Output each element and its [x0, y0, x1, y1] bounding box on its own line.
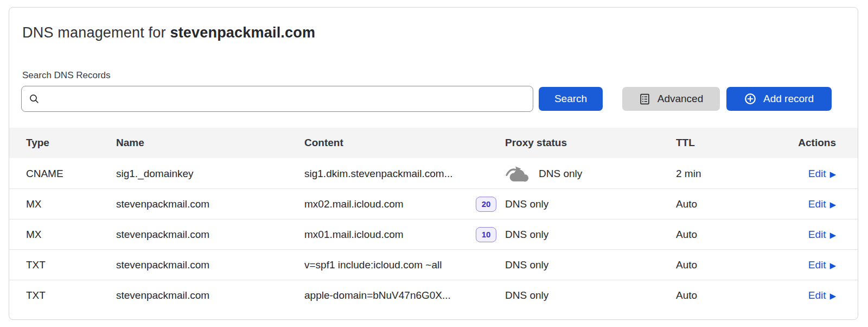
add-record-button[interactable]: Add record — [726, 87, 832, 111]
column-header-actions: Actions — [755, 137, 858, 149]
list-document-icon — [639, 93, 650, 105]
record-ttl: Auto — [676, 259, 755, 271]
table-row: CNAME sig1._domainkey sig1.dkim.stevenpa… — [9, 158, 858, 188]
record-name: stevenpackmail.com — [116, 198, 304, 210]
search-input[interactable] — [45, 93, 526, 105]
proxy-status-cell: DNS only — [505, 290, 676, 301]
record-actions-cell: Edit▶ — [755, 168, 858, 180]
table-body: CNAME sig1._domainkey sig1.dkim.stevenpa… — [9, 158, 858, 310]
add-record-button-label: Add record — [763, 93, 814, 105]
edit-record-link[interactable]: Edit▶ — [808, 229, 836, 241]
table-header-row: Type Name Content Proxy status TTL Actio… — [9, 128, 858, 158]
proxy-status-text: DNS only — [505, 259, 548, 271]
record-actions-cell: Edit▶ — [755, 259, 858, 271]
proxy-status-text: DNS only — [505, 198, 548, 210]
record-ttl: Auto — [676, 198, 755, 210]
proxy-status-cell: DNS only — [505, 229, 676, 241]
edit-link-label: Edit — [808, 290, 826, 301]
proxy-status-text: DNS only — [505, 229, 548, 241]
edit-record-link[interactable]: Edit▶ — [808, 168, 836, 180]
dns-records-table: Type Name Content Proxy status TTL Actio… — [9, 128, 858, 310]
column-header-ttl: TTL — [676, 137, 755, 149]
chevron-right-icon: ▶ — [829, 200, 836, 209]
record-name: sig1._domainkey — [116, 168, 304, 180]
column-header-type: Type — [9, 137, 116, 149]
record-content: sig1.dkim.stevenpackmail.com... — [304, 168, 505, 180]
proxy-status-cell: DNS only — [505, 165, 676, 183]
plus-circle-icon — [744, 93, 756, 105]
dns-management-panel: DNS management for stevenpackmail.com Se… — [9, 7, 858, 320]
edit-record-link[interactable]: Edit▶ — [808, 198, 836, 210]
dns-only-cloud-icon — [505, 165, 530, 183]
edit-record-link[interactable]: Edit▶ — [808, 290, 836, 301]
record-type: TXT — [9, 259, 116, 271]
record-ttl: 2 min — [676, 168, 755, 180]
record-content: apple-domain=bNuV47n6G0X... — [304, 290, 505, 301]
edit-link-label: Edit — [808, 198, 826, 210]
proxy-status-text: DNS only — [539, 168, 582, 180]
record-ttl: Auto — [676, 229, 755, 241]
page-title: DNS management for stevenpackmail.com — [22, 24, 858, 41]
record-content: mx01.mail.icloud.com 10 — [304, 227, 505, 242]
mx-priority-badge: 10 — [476, 227, 496, 242]
record-type: CNAME — [9, 168, 116, 180]
column-header-name: Name — [116, 137, 304, 149]
record-content-text: mx01.mail.icloud.com — [304, 229, 476, 241]
record-name: stevenpackmail.com — [116, 259, 304, 271]
record-content-text: v=spf1 include:icloud.com ~all — [304, 259, 505, 271]
advanced-button-label: Advanced — [658, 93, 704, 105]
record-content-text: mx02.mail.icloud.com — [304, 198, 476, 210]
record-type: TXT — [9, 290, 116, 301]
edit-record-link[interactable]: Edit▶ — [808, 259, 836, 271]
proxy-status-cell: DNS only — [505, 198, 676, 210]
record-actions-cell: Edit▶ — [755, 229, 858, 241]
record-content: v=spf1 include:icloud.com ~all — [304, 259, 505, 271]
record-type: MX — [9, 229, 116, 241]
chevron-right-icon: ▶ — [829, 261, 836, 269]
search-icon — [29, 93, 40, 104]
chevron-right-icon: ▶ — [829, 292, 836, 300]
edit-link-label: Edit — [808, 259, 826, 271]
column-header-content: Content — [304, 137, 505, 149]
record-content-text: apple-domain=bNuV47n6G0X... — [304, 290, 505, 301]
edit-link-label: Edit — [808, 229, 826, 241]
table-row: MX stevenpackmail.com mx01.mail.icloud.c… — [9, 219, 858, 249]
chevron-right-icon: ▶ — [829, 231, 836, 239]
record-name: stevenpackmail.com — [116, 290, 304, 301]
search-button[interactable]: Search — [539, 87, 603, 111]
table-row: MX stevenpackmail.com mx02.mail.icloud.c… — [9, 188, 858, 219]
search-label: Search DNS Records — [22, 70, 858, 81]
record-name: stevenpackmail.com — [116, 229, 304, 241]
record-actions-cell: Edit▶ — [755, 290, 858, 301]
advanced-button[interactable]: Advanced — [622, 87, 720, 111]
record-ttl: Auto — [676, 290, 755, 301]
page-title-prefix: DNS management for — [22, 24, 170, 41]
proxy-status-text: DNS only — [505, 290, 548, 301]
edit-link-label: Edit — [808, 168, 826, 180]
mx-priority-badge: 20 — [476, 197, 496, 212]
column-header-proxy-status: Proxy status — [505, 137, 676, 149]
record-actions-cell: Edit▶ — [755, 198, 858, 210]
chevron-right-icon: ▶ — [829, 170, 836, 178]
record-type: MX — [9, 198, 116, 210]
search-controls-row: Search Advanced Add record — [21, 86, 846, 112]
search-input-wrapper — [21, 86, 533, 112]
record-content: mx02.mail.icloud.com 20 — [304, 197, 505, 212]
page-title-domain: stevenpackmail.com — [170, 24, 315, 41]
record-content-text: sig1.dkim.stevenpackmail.com... — [304, 168, 505, 180]
proxy-status-cell: DNS only — [505, 259, 676, 271]
table-row: TXT stevenpackmail.com apple-domain=bNuV… — [9, 280, 858, 310]
table-row: TXT stevenpackmail.com v=spf1 include:ic… — [9, 249, 858, 280]
